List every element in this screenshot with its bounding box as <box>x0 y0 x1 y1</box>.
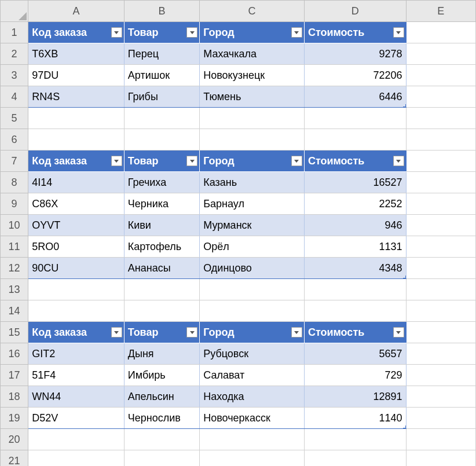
table-1-header-city[interactable]: Город <box>200 151 305 172</box>
cell-A18[interactable]: WN44 <box>28 386 125 408</box>
cell-E12[interactable] <box>406 258 475 279</box>
cell-D2[interactable]: 9278 <box>304 43 406 65</box>
cell-B3[interactable]: Артишок <box>124 65 199 86</box>
row-header-6[interactable]: 6 <box>1 129 28 151</box>
cell-B18[interactable]: Апельсин <box>124 386 199 408</box>
cell-E15[interactable] <box>406 322 475 343</box>
cell-E18[interactable] <box>406 386 475 408</box>
table-0-header-cost[interactable]: Стоимость <box>304 22 406 43</box>
table-1-header-product[interactable]: Товар <box>124 151 199 172</box>
cell-E21[interactable] <box>406 450 475 467</box>
cell-E1[interactable] <box>406 22 475 43</box>
table-2-header-cost[interactable]: Стоимость <box>304 322 406 343</box>
cell-E17[interactable] <box>406 365 475 386</box>
row-header-20[interactable]: 20 <box>1 429 28 450</box>
cell-E9[interactable] <box>406 193 475 215</box>
cell-E14[interactable] <box>406 300 475 322</box>
cell-B13[interactable] <box>124 279 199 300</box>
filter-dropdown-icon[interactable] <box>291 27 302 38</box>
cell-E19[interactable] <box>406 408 475 429</box>
filter-dropdown-icon[interactable] <box>393 27 404 38</box>
cell-B9[interactable]: Черника <box>124 193 199 215</box>
table-1-header-cost[interactable]: Стоимость <box>304 151 406 172</box>
table-1-header-code[interactable]: Код заказа <box>28 151 125 172</box>
cell-D11[interactable]: 1131 <box>304 236 406 258</box>
cell-B19[interactable]: Чернослив <box>124 408 199 429</box>
cell-D17[interactable]: 729 <box>304 365 406 386</box>
cell-D14[interactable] <box>304 300 406 322</box>
row-header-15[interactable]: 15 <box>1 322 28 343</box>
cell-D16[interactable]: 5657 <box>304 343 406 365</box>
cell-D19[interactable]: 1140 <box>304 408 406 429</box>
filter-dropdown-icon[interactable] <box>111 327 122 337</box>
filter-dropdown-icon[interactable] <box>111 27 122 38</box>
filter-dropdown-icon[interactable] <box>291 327 302 337</box>
row-header-13[interactable]: 13 <box>1 279 28 300</box>
row-header-8[interactable]: 8 <box>1 172 28 193</box>
cell-C14[interactable] <box>200 300 305 322</box>
cell-A10[interactable]: OYVT <box>28 215 125 236</box>
cell-B20[interactable] <box>124 429 199 450</box>
cell-A21[interactable] <box>28 450 125 467</box>
cell-B11[interactable]: Картофель <box>124 236 199 258</box>
cell-C18[interactable]: Находка <box>200 386 305 408</box>
cell-C12[interactable]: Одинцово <box>200 258 305 279</box>
cell-A3[interactable]: 97DU <box>28 65 125 86</box>
cell-E11[interactable] <box>406 236 475 258</box>
cell-B10[interactable]: Киви <box>124 215 199 236</box>
cell-C5[interactable] <box>200 108 305 129</box>
cell-D18[interactable]: 12891 <box>304 386 406 408</box>
cell-E2[interactable] <box>406 43 475 65</box>
table-2-header-city[interactable]: Город <box>200 322 305 343</box>
cell-E16[interactable] <box>406 343 475 365</box>
cell-B12[interactable]: Ананасы <box>124 258 199 279</box>
cell-B5[interactable] <box>124 108 199 129</box>
column-header-A[interactable]: A <box>28 1 125 22</box>
cell-E7[interactable] <box>406 151 475 172</box>
cell-E10[interactable] <box>406 215 475 236</box>
cell-D6[interactable] <box>304 129 406 151</box>
cell-C20[interactable] <box>200 429 305 450</box>
column-header-C[interactable]: C <box>200 1 305 22</box>
table-0-header-product[interactable]: Товар <box>124 22 199 43</box>
cell-C9[interactable]: Барнаул <box>200 193 305 215</box>
column-header-B[interactable]: B <box>124 1 199 22</box>
row-header-11[interactable]: 11 <box>1 236 28 258</box>
cell-E4[interactable] <box>406 86 475 108</box>
row-header-12[interactable]: 12 <box>1 258 28 279</box>
cell-D10[interactable]: 946 <box>304 215 406 236</box>
row-header-2[interactable]: 2 <box>1 43 28 65</box>
cell-C11[interactable]: Орёл <box>200 236 305 258</box>
cell-E3[interactable] <box>406 65 475 86</box>
row-header-5[interactable]: 5 <box>1 108 28 129</box>
cell-A16[interactable]: GIT2 <box>28 343 125 365</box>
cell-D12[interactable]: 4348 <box>304 258 406 279</box>
cell-A20[interactable] <box>28 429 125 450</box>
cell-D4[interactable]: 6446 <box>304 86 406 108</box>
cell-A4[interactable]: RN4S <box>28 86 125 108</box>
table-0-header-city[interactable]: Город <box>200 22 305 43</box>
row-header-10[interactable]: 10 <box>1 215 28 236</box>
row-header-9[interactable]: 9 <box>1 193 28 215</box>
cell-C3[interactable]: Новокузнецк <box>200 65 305 86</box>
row-header-19[interactable]: 19 <box>1 408 28 429</box>
cell-C6[interactable] <box>200 129 305 151</box>
cell-D9[interactable]: 2252 <box>304 193 406 215</box>
cell-A8[interactable]: 4I14 <box>28 172 125 193</box>
cell-C13[interactable] <box>200 279 305 300</box>
filter-dropdown-icon[interactable] <box>291 156 302 166</box>
filter-dropdown-icon[interactable] <box>393 327 404 337</box>
cell-A11[interactable]: 5RO0 <box>28 236 125 258</box>
cell-E13[interactable] <box>406 279 475 300</box>
cell-D13[interactable] <box>304 279 406 300</box>
cell-A2[interactable]: T6XB <box>28 43 125 65</box>
cell-B21[interactable] <box>124 450 199 467</box>
filter-dropdown-icon[interactable] <box>186 156 197 166</box>
cell-D5[interactable] <box>304 108 406 129</box>
row-header-1[interactable]: 1 <box>1 22 28 43</box>
cell-A5[interactable] <box>28 108 125 129</box>
cell-B8[interactable]: Гречиха <box>124 172 199 193</box>
cell-D20[interactable] <box>304 429 406 450</box>
cell-D8[interactable]: 16527 <box>304 172 406 193</box>
cell-C19[interactable]: Новочеркасск <box>200 408 305 429</box>
